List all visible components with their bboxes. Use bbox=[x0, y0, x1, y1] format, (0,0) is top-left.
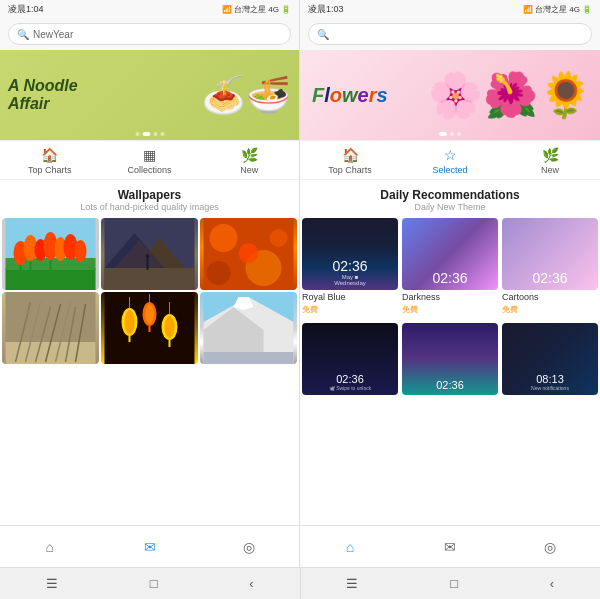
daily-item-darkness[interactable]: 02:36 Darkness 免費 bbox=[402, 218, 498, 315]
home-btn-left[interactable]: □ bbox=[150, 576, 158, 591]
tab-label-collections: Collections bbox=[127, 165, 171, 175]
bottom-discover-right[interactable]: ◎ bbox=[500, 539, 600, 555]
menu-btn-right[interactable]: ☰ bbox=[346, 576, 358, 591]
menu-btn-left[interactable]: ☰ bbox=[46, 576, 58, 591]
daily-grid-row2: 02:36 🕊️ Swipe to unlock 02:36 bbox=[300, 321, 600, 397]
dot-3 bbox=[153, 132, 157, 136]
search-text-left: NewYear bbox=[33, 29, 73, 40]
sys-nav-right: ☰ □ ‹ bbox=[301, 568, 601, 599]
tab-label-top-charts-right: Top Charts bbox=[328, 165, 372, 175]
daily-item-cartoons[interactable]: 02:36 Cartoons 免費 bbox=[502, 218, 598, 315]
daily-price-cartoons: 免費 bbox=[502, 304, 598, 315]
mountains2-svg bbox=[200, 292, 297, 364]
daily-item-space[interactable]: 02:36 🕊️ Swipe to unlock bbox=[302, 323, 398, 395]
svg-rect-14 bbox=[105, 268, 195, 290]
banner-dots bbox=[135, 132, 164, 136]
orange-svg bbox=[200, 218, 297, 290]
dot-r3 bbox=[457, 132, 461, 136]
dot-4 bbox=[160, 132, 164, 136]
daily-name-royal: Royal Blue bbox=[302, 292, 398, 302]
svg-rect-51 bbox=[204, 352, 294, 364]
bottom-mail-left[interactable]: ✉ bbox=[100, 539, 200, 555]
tab-top-charts-left[interactable]: 🏠 Top Charts bbox=[0, 141, 100, 179]
daily-thumb-abstract: 02:36 bbox=[402, 323, 498, 395]
bottom-discover-left[interactable]: ◎ bbox=[199, 539, 299, 555]
wheat-svg bbox=[2, 292, 99, 364]
wallpaper-orange[interactable] bbox=[200, 218, 297, 290]
bottom-home-left[interactable]: ⌂ bbox=[0, 539, 100, 555]
tab-icon-top-charts-right: 🏠 bbox=[342, 147, 359, 163]
wallpaper-grid bbox=[0, 216, 299, 366]
carrier-right: 台灣之星 4G bbox=[535, 4, 580, 15]
tab-label-selected: Selected bbox=[432, 165, 467, 175]
bottom-mail-right[interactable]: ✉ bbox=[400, 539, 500, 555]
daily-item-abstract[interactable]: 02:36 bbox=[402, 323, 498, 395]
lanterns-svg bbox=[101, 292, 198, 364]
wallpaper-lanterns[interactable] bbox=[101, 292, 198, 364]
search-bar-right[interactable]: 🔍 bbox=[300, 18, 600, 50]
wallpaper-tulips[interactable] bbox=[2, 218, 99, 290]
tab-icon-new-left: 🌿 bbox=[241, 147, 258, 163]
daily-name-darkness: Darkness bbox=[402, 292, 498, 302]
search-icon-left: 🔍 bbox=[17, 29, 29, 40]
time-darkness: 02:36 bbox=[432, 270, 467, 286]
tab-icon-top-charts-left: 🏠 bbox=[41, 147, 58, 163]
status-bar-right: 凌晨1:03 📶 台灣之星 4G 🔋 bbox=[300, 0, 600, 18]
svg-point-24 bbox=[207, 261, 231, 285]
time-lockscreen: 08:13 bbox=[531, 373, 569, 385]
nav-tabs-right: 🏠 Top Charts ☆ Selected 🌿 New bbox=[300, 140, 600, 180]
daily-item-royal[interactable]: 02:36 May ■ Wednesday Royal Blue 免費 bbox=[302, 218, 398, 315]
dot-2 bbox=[142, 132, 150, 136]
space-subtitle: 🕊️ Swipe to unlock bbox=[329, 385, 371, 391]
main-content-right: Daily Recommendations Daily New Theme 02… bbox=[300, 180, 600, 525]
signal-icon-right: 📶 bbox=[523, 5, 533, 14]
daily-item-lockscreen[interactable]: 08:13 New notifications bbox=[502, 323, 598, 395]
time-space: 02:36 bbox=[329, 373, 371, 385]
tab-new-right[interactable]: 🌿 New bbox=[500, 141, 600, 179]
tab-new-left[interactable]: 🌿 New bbox=[199, 141, 299, 179]
svg-point-39 bbox=[146, 304, 154, 324]
daily-grid-row1: 02:36 May ■ Wednesday Royal Blue 免費 02:3… bbox=[300, 216, 600, 317]
banner-title: A Noodle Affair bbox=[8, 77, 78, 112]
svg-point-9 bbox=[75, 240, 87, 262]
search-input-left[interactable]: 🔍 NewYear bbox=[8, 23, 291, 45]
mountain-svg bbox=[101, 218, 198, 290]
daily-thumb-space: 02:36 🕊️ Swipe to unlock bbox=[302, 323, 398, 395]
daily-thumb-royal: 02:36 May ■ Wednesday bbox=[302, 218, 398, 290]
tab-selected[interactable]: ☆ Selected bbox=[400, 141, 500, 179]
wallpaper-wheat[interactable] bbox=[2, 292, 99, 364]
search-input-right[interactable]: 🔍 bbox=[308, 23, 592, 45]
daily-price-darkness: 免費 bbox=[402, 304, 498, 315]
time-abstract: 02:36 bbox=[436, 379, 464, 391]
svg-point-25 bbox=[270, 229, 288, 247]
banner-right: Flowers 🌸🌺🌻 bbox=[300, 50, 600, 140]
search-bar-left[interactable]: 🔍 NewYear bbox=[0, 18, 299, 50]
tab-icon-new-right: 🌿 bbox=[542, 147, 559, 163]
time-right: 凌晨1:03 bbox=[308, 3, 344, 16]
tab-top-charts-right[interactable]: 🏠 Top Charts bbox=[300, 141, 400, 179]
home-btn-right[interactable]: □ bbox=[450, 576, 458, 591]
tab-label-top-charts-left: Top Charts bbox=[28, 165, 72, 175]
flowers-text: Flowers bbox=[312, 84, 388, 107]
back-btn-right[interactable]: ‹ bbox=[550, 576, 554, 591]
svg-point-23 bbox=[239, 243, 259, 263]
status-right-right: 📶 台灣之星 4G 🔋 bbox=[523, 4, 592, 15]
daily-thumb-cartoons: 02:36 bbox=[502, 218, 598, 290]
svg-point-37 bbox=[125, 310, 135, 334]
daily-subtitle: Daily New Theme bbox=[300, 202, 600, 212]
bottom-home-right[interactable]: ⌂ bbox=[300, 539, 400, 555]
lock-subtitle: New notifications bbox=[531, 385, 569, 391]
tab-collections[interactable]: ▦ Collections bbox=[100, 141, 200, 179]
back-btn-left[interactable]: ‹ bbox=[249, 576, 253, 591]
wallpaper-mountain[interactable] bbox=[101, 218, 198, 290]
nav-tabs-left: 🏠 Top Charts ▦ Collections 🌿 New bbox=[0, 140, 299, 180]
status-right-left: 📶 台灣之星 4G 🔋 bbox=[222, 4, 291, 15]
wallpapers-header: Wallpapers Lots of hand-picked quality i… bbox=[0, 180, 299, 216]
right-screen: 凌晨1:03 📶 台灣之星 4G 🔋 🔍 Flowers 🌸🌺🌻 bbox=[300, 0, 600, 567]
svg-rect-18 bbox=[147, 258, 149, 270]
wallpapers-subtitle: Lots of hand-picked quality images bbox=[0, 202, 299, 212]
wallpaper-mountains2[interactable] bbox=[200, 292, 297, 364]
svg-point-19 bbox=[146, 254, 150, 258]
battery-icon-right: 🔋 bbox=[582, 5, 592, 14]
daily-title: Daily Recommendations bbox=[300, 188, 600, 202]
